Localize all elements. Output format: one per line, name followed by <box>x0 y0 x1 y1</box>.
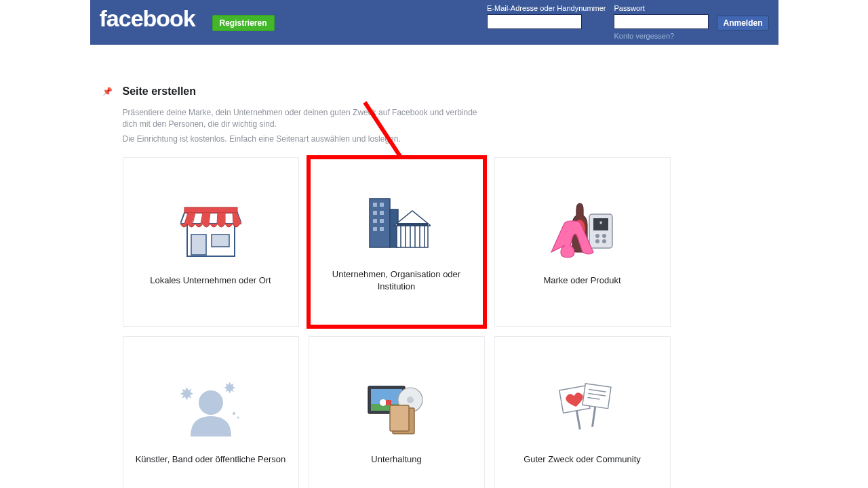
card-local-business[interactable]: Lokales Unternehmen oder Ort <box>123 157 299 327</box>
forgot-link[interactable]: Konto vergessen? <box>614 32 709 40</box>
page-title: Seite erstellen <box>123 85 762 98</box>
svg-line-50 <box>592 407 595 427</box>
card-company[interactable]: Unternehmen, Organisation oder Instituti… <box>309 157 485 327</box>
page-desc: Präsentiere deine Marke, dein Unternehme… <box>123 107 489 130</box>
svg-rect-13 <box>380 219 384 223</box>
svg-text:*: * <box>599 220 602 229</box>
products-icon: * <box>549 197 616 262</box>
email-field[interactable] <box>487 14 582 29</box>
svg-point-38 <box>380 399 387 406</box>
svg-line-45 <box>576 411 580 430</box>
svg-rect-14 <box>373 227 377 231</box>
svg-point-41 <box>407 396 414 403</box>
card-brand[interactable]: * Marke oder Produkt <box>494 157 671 327</box>
svg-rect-9 <box>380 203 384 207</box>
card-cause[interactable]: Guter Zweck oder Community <box>494 336 671 488</box>
card-entertainment[interactable]: Unterhaltung <box>309 336 485 488</box>
card-label: Marke oder Produkt <box>543 274 620 287</box>
svg-rect-3 <box>191 235 206 255</box>
svg-rect-12 <box>373 219 377 223</box>
logo: facebook <box>100 5 195 32</box>
password-field[interactable] <box>614 14 709 29</box>
svg-point-28 <box>595 234 599 238</box>
content: 📌 Seite erstellen Präsentiere deine Mark… <box>90 45 778 488</box>
card-label: Guter Zweck oder Community <box>524 453 641 466</box>
card-artist[interactable]: Künstler, Band oder öffentliche Person <box>123 336 299 488</box>
svg-point-30 <box>595 239 599 243</box>
svg-rect-39 <box>386 400 391 405</box>
storefront-icon <box>180 197 241 262</box>
card-label: Künstler, Band oder öffentliche Person <box>136 453 286 466</box>
building-icon <box>363 191 431 256</box>
entertainment-icon <box>363 376 431 441</box>
email-label: E-Mail-Adresse oder Handynummer <box>487 4 606 12</box>
card-label: Unternehmen, Organisation oder Instituti… <box>321 268 472 292</box>
svg-point-31 <box>602 239 606 243</box>
svg-point-33 <box>233 412 235 415</box>
svg-rect-5 <box>184 207 237 213</box>
person-icon <box>177 376 245 441</box>
cause-icon <box>549 376 616 441</box>
svg-rect-4 <box>212 235 229 247</box>
login-form: E-Mail-Adresse oder Handynummer Passwort… <box>487 4 768 40</box>
svg-point-34 <box>237 416 239 418</box>
svg-rect-46 <box>582 384 610 409</box>
pin-icon: 📌 <box>102 87 113 96</box>
svg-rect-16 <box>397 226 428 247</box>
svg-rect-10 <box>373 211 377 215</box>
login-button[interactable]: Anmelden <box>717 16 768 30</box>
card-label: Unterhaltung <box>371 453 421 466</box>
svg-rect-23 <box>397 223 428 226</box>
svg-rect-8 <box>373 203 377 207</box>
card-grid: Lokales Unternehmen oder Ort Unternehmen… <box>123 157 762 488</box>
card-label: Lokales Unternehmen oder Ort <box>150 274 271 287</box>
svg-point-29 <box>602 234 606 238</box>
svg-rect-11 <box>380 211 384 215</box>
svg-point-32 <box>199 390 223 415</box>
password-label: Passwort <box>614 4 709 12</box>
svg-rect-43 <box>390 405 409 431</box>
page-sub: Die Einrichtung ist kostenlos. Einfach e… <box>123 134 762 144</box>
header: facebook Registrieren E-Mail-Adresse ode… <box>90 0 778 45</box>
register-button[interactable]: Registrieren <box>212 15 275 31</box>
svg-rect-15 <box>380 227 384 231</box>
